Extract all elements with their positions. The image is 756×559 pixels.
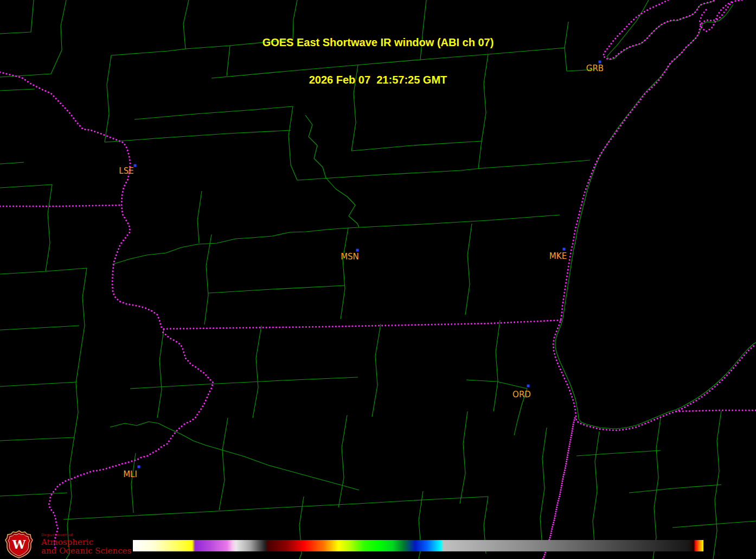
county-line: [0, 493, 67, 496]
county-line: [629, 485, 721, 493]
county-line: [131, 453, 136, 513]
county-line: [289, 106, 297, 180]
city-marker: [563, 248, 566, 251]
county-line: [540, 428, 547, 547]
county-line: [341, 228, 348, 319]
city-marker: [356, 249, 359, 252]
logo-text: Department of Atmospheric and Oceanic Sc…: [41, 533, 131, 556]
county-line: [253, 326, 261, 418]
temperature-colorbar: [133, 540, 703, 551]
state-border-dotted: [0, 72, 213, 549]
svg-text:W: W: [12, 537, 26, 551]
city-markers: GRBLSEMSNMKEORDMLI: [119, 61, 604, 480]
county-line: [0, 162, 24, 164]
state-border-dotted: [164, 320, 561, 329]
county-line: [351, 141, 482, 151]
county-line: [593, 431, 599, 550]
county-line: [359, 215, 560, 227]
county-line: [478, 141, 482, 168]
county-line: [465, 224, 472, 315]
uw-aos-logo: W Department of Atmospheric and Oceanic …: [4, 530, 131, 558]
logo-dept: Department of: [41, 533, 131, 537]
county-line: [63, 497, 488, 519]
county-line: [482, 160, 590, 168]
county-line: [672, 521, 756, 528]
county-line: [105, 130, 291, 142]
city-marker: [134, 164, 137, 167]
county-line: [208, 285, 345, 293]
city-label: MKE: [549, 251, 567, 261]
county-line: [204, 234, 212, 325]
uw-crest-icon: W: [4, 530, 34, 558]
county-line: [0, 326, 79, 330]
county-line: [494, 320, 500, 411]
county-line: [0, 185, 52, 274]
county-line: [130, 377, 358, 389]
city-label: MLI: [123, 469, 137, 479]
county-line: [0, 437, 74, 441]
county-line: [338, 415, 347, 507]
logo-line2: and Oceanic Sciences: [41, 547, 131, 556]
timestamp: 2026 Feb 07 21:57:25 GMT: [0, 74, 756, 86]
image-title: GOES East Shortwave IR window (ABI ch 07…: [0, 11, 756, 111]
city-marker: [527, 385, 530, 388]
county-line: [157, 329, 164, 418]
state-border-dotted: [676, 410, 756, 411]
county-line: [219, 418, 228, 510]
county-line: [653, 418, 661, 559]
county-line: [197, 191, 202, 243]
city-label: MSN: [341, 252, 359, 262]
city-label: LSE: [119, 166, 133, 176]
state-border-dotted: [0, 205, 121, 206]
county-line: [460, 411, 467, 504]
county-line: [372, 324, 381, 417]
satellite-image-viewer: GRBLSEMSNMKEORDMLI GOES East Shortwave I…: [0, 0, 756, 559]
county-line: [0, 382, 76, 386]
county-line: [305, 115, 359, 227]
city-marker: [138, 466, 140, 468]
state-border-dotted: [543, 418, 575, 559]
product-title: GOES East Shortwave IR window (ABI ch 07…: [0, 36, 756, 49]
county-line: [112, 227, 359, 264]
county-line: [576, 450, 661, 456]
city-label: ORD: [512, 390, 531, 399]
county-line: [46, 268, 87, 559]
